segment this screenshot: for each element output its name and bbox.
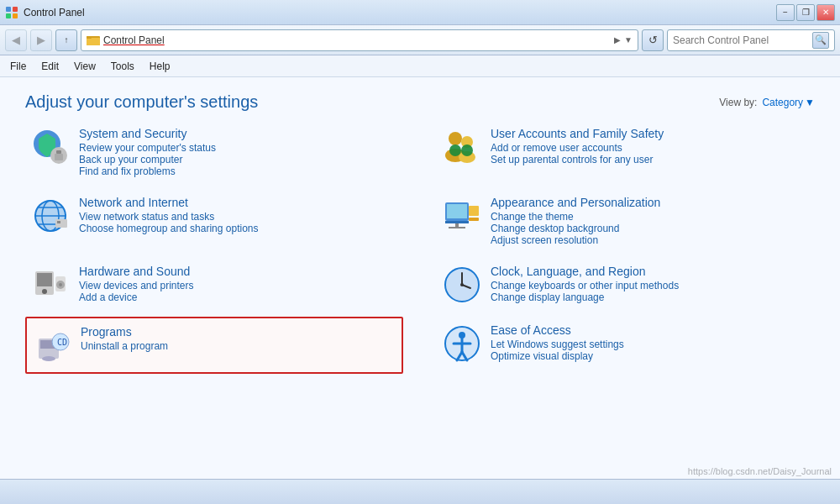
watermark: https://blog.csdn.net/Daisy_Journal <box>688 466 832 476</box>
svg-point-15 <box>449 144 461 156</box>
title-bar-controls: − ❐ ✕ <box>776 4 835 21</box>
title-bar: Control Panel − ❐ ✕ <box>0 0 840 25</box>
restore-button[interactable]: ❐ <box>796 4 815 21</box>
search-box[interactable]: 🔍 <box>667 29 835 51</box>
svg-rect-26 <box>447 204 467 218</box>
programs-title[interactable]: Programs <box>81 325 396 339</box>
view-by-label: View by: <box>719 97 757 108</box>
view-by-control: View by: Category ▼ <box>719 97 815 108</box>
category-ease-of-access: Ease of AccessLet Windows suggest settin… <box>437 317 815 374</box>
menu-tools[interactable]: Tools <box>104 59 141 74</box>
svg-rect-31 <box>469 218 479 221</box>
hardware-sound-title[interactable]: Hardware and Sound <box>79 265 398 278</box>
clock-language-info: Clock, Language, and RegionChange keyboa… <box>491 265 810 303</box>
category-system-security: System and SecurityReview your computer'… <box>25 120 403 184</box>
address-box[interactable]: Control Panel ▶ ▼ <box>81 29 638 51</box>
refresh-button[interactable]: ↺ <box>642 29 664 51</box>
svg-rect-1 <box>13 7 18 12</box>
menu-view[interactable]: View <box>67 59 102 74</box>
menu-edit[interactable]: Edit <box>34 59 66 74</box>
system-security-info: System and SecurityReview your computer'… <box>79 127 398 177</box>
address-text: Control Panel <box>103 34 611 46</box>
minimize-button[interactable]: − <box>776 4 795 21</box>
system-security-title[interactable]: System and Security <box>79 127 398 140</box>
status-bar <box>0 479 840 504</box>
clock-language-link-0[interactable]: Change keyboards or other input methods <box>491 280 810 291</box>
svg-rect-9 <box>56 150 61 154</box>
view-by-value[interactable]: Category ▼ <box>762 97 815 108</box>
clock-language-link-1[interactable]: Change display language <box>491 291 810 303</box>
svg-rect-3 <box>13 13 18 18</box>
forward-icon: ▶ <box>37 34 45 46</box>
category-appearance: Appearance and PersonalizationChange the… <box>437 189 815 253</box>
control-grid: System and SecurityReview your computer'… <box>0 120 840 374</box>
search-icon: 🔍 <box>815 34 827 45</box>
svg-rect-29 <box>449 227 465 228</box>
network-internet-link-1[interactable]: Choose homegroup and sharing options <box>79 223 398 234</box>
svg-point-34 <box>42 289 47 294</box>
appearance-link-1[interactable]: Change desktop background <box>491 223 810 234</box>
hardware-sound-link-0[interactable]: View devices and printers <box>79 280 398 291</box>
hardware-sound-link-1[interactable]: Add a device <box>79 291 398 303</box>
appearance-link-0[interactable]: Change the theme <box>491 211 810 223</box>
ease-of-access-icon <box>442 323 482 364</box>
view-by-chevron-icon: ▼ <box>805 97 815 108</box>
address-dropdown-icon: ▶ <box>614 35 621 45</box>
user-accounts-link-1[interactable]: Set up parental controls for any user <box>491 154 810 165</box>
network-internet-link-0[interactable]: View network status and tasks <box>79 211 398 223</box>
search-button[interactable]: 🔍 <box>812 32 829 49</box>
svg-rect-27 <box>445 221 469 223</box>
content-header: Adjust your computer's settings View by:… <box>0 77 840 120</box>
system-security-link-2[interactable]: Find and fix problems <box>79 165 398 177</box>
svg-rect-30 <box>469 206 479 216</box>
folder-icon <box>87 34 100 47</box>
appearance-title[interactable]: Appearance and Personalization <box>491 196 810 209</box>
forward-button[interactable]: ▶ <box>30 29 52 51</box>
svg-point-11 <box>449 132 462 145</box>
programs-link-0[interactable]: Uninstall a program <box>81 340 396 352</box>
ease-of-access-title[interactable]: Ease of Access <box>491 323 810 337</box>
svg-rect-33 <box>37 273 52 286</box>
hardware-sound-info: Hardware and SoundView devices and print… <box>79 265 398 303</box>
up-icon: ↑ <box>65 35 69 45</box>
back-button[interactable]: ◀ <box>5 29 27 51</box>
system-security-link-1[interactable]: Back up your computer <box>79 154 398 165</box>
up-button[interactable]: ↑ <box>55 29 77 51</box>
window-icon <box>5 6 18 19</box>
svg-rect-2 <box>6 13 11 18</box>
close-button[interactable]: ✕ <box>816 4 835 21</box>
clock-language-icon <box>442 265 482 305</box>
address-expand-icon: ▼ <box>624 35 633 45</box>
user-accounts-title[interactable]: User Accounts and Family Safety <box>491 127 810 140</box>
menu-file[interactable]: File <box>3 59 33 74</box>
ease-of-access-link-1[interactable]: Optimize visual display <box>491 350 810 362</box>
svg-text:CD: CD <box>57 338 67 347</box>
svg-point-45 <box>42 356 55 361</box>
search-input[interactable] <box>673 34 809 46</box>
user-accounts-info: User Accounts and Family SafetyAdd or re… <box>491 127 810 165</box>
menu-help[interactable]: Help <box>143 59 177 74</box>
window-title: Control Panel <box>24 7 85 18</box>
main-area: Adjust your computer's settings View by:… <box>0 77 840 479</box>
network-internet-title[interactable]: Network and Internet <box>79 196 398 209</box>
appearance-info: Appearance and PersonalizationChange the… <box>491 196 810 246</box>
svg-rect-24 <box>57 221 60 223</box>
svg-point-37 <box>59 283 62 286</box>
category-programs: CD ProgramsUninstall a program <box>25 317 403 374</box>
hardware-sound-icon <box>30 265 71 305</box>
svg-rect-5 <box>87 38 100 45</box>
category-network-internet: Network and InternetView network status … <box>25 189 403 253</box>
svg-point-16 <box>461 144 473 156</box>
network-internet-icon <box>30 196 71 236</box>
user-accounts-link-0[interactable]: Add or remove user accounts <box>491 142 810 154</box>
svg-rect-10 <box>55 154 63 160</box>
network-internet-info: Network and InternetView network status … <box>79 196 398 234</box>
system-security-link-0[interactable]: Review your computer's status <box>79 142 398 154</box>
appearance-icon <box>442 196 482 236</box>
clock-language-title[interactable]: Clock, Language, and Region <box>491 265 810 278</box>
address-bar: ◀ ▶ ↑ Control Panel ▶ ▼ ↺ 🔍 <box>0 25 840 55</box>
menu-bar: File Edit View Tools Help <box>0 55 840 77</box>
ease-of-access-link-0[interactable]: Let Windows suggest settings <box>491 339 810 350</box>
appearance-link-2[interactable]: Adjust screen resolution <box>491 234 810 246</box>
category-hardware-sound: Hardware and SoundView devices and print… <box>25 258 403 312</box>
